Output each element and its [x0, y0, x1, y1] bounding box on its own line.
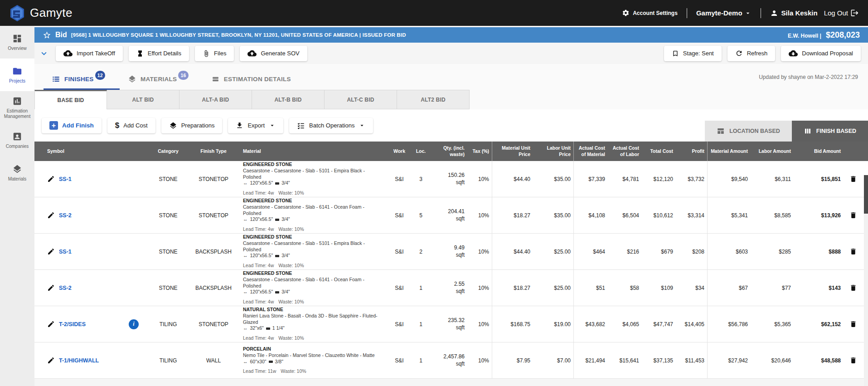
finish-type-cell: STONETOP — [189, 161, 238, 197]
export-button[interactable]: Export — [228, 118, 283, 133]
info-icon[interactable]: i — [129, 319, 139, 329]
bid-tab-alt-bid[interactable]: ALT BID — [107, 90, 179, 109]
sidebar-item-estimation-management[interactable]: Estimation Management — [0, 91, 34, 124]
symbol-cell: SS-2 i — [34, 270, 148, 306]
edit-pencil-icon[interactable] — [47, 357, 55, 364]
edit-pencil-icon[interactable] — [47, 248, 55, 255]
finish-symbol-link[interactable]: T-1/HIGHWALL — [59, 357, 99, 364]
scrollbar-thumb[interactable] — [864, 175, 868, 214]
finish-based-toggle[interactable]: FINISH BASED — [792, 121, 868, 142]
actual-cost-material-cell: $43,682 — [574, 306, 608, 342]
gear-icon — [622, 9, 630, 17]
user-menu[interactable]: Sila Keskin — [770, 9, 818, 17]
sidebar: Overview Projects Estimation Management … — [0, 26, 34, 386]
edit-pencil-icon[interactable] — [47, 284, 55, 292]
labor-unit-price-cell: $25.00 — [533, 270, 574, 306]
delete-row-button[interactable] — [844, 342, 863, 378]
tab-materials[interactable]: MATERIALS 16 — [120, 74, 203, 90]
profit-cell: $3,732 — [676, 161, 708, 197]
download-proposal-button[interactable]: Download Proposal — [781, 46, 861, 61]
delete-row-button[interactable] — [844, 161, 863, 197]
material-description: Caesarstone - Caesarstone - Slab - 5101 … — [243, 240, 383, 253]
profit-cell: $11,453 — [676, 342, 708, 378]
tab-finishes[interactable]: FINISHES 12 — [44, 74, 120, 90]
material-description: Nemo Tile - Porcelain - Marvel Stone - C… — [243, 352, 375, 359]
material-amount-cell: $5,341 — [708, 197, 751, 233]
preparations-button[interactable]: Preparations — [161, 118, 223, 133]
edit-pencil-icon[interactable] — [47, 320, 55, 328]
import-takeoff-button[interactable]: Import TakeOff — [56, 46, 123, 61]
delete-row-button[interactable] — [844, 197, 863, 233]
finish-symbol-link[interactable]: SS-1 — [59, 249, 72, 255]
collapse-chevron-icon[interactable] — [39, 49, 49, 59]
material-amount-cell: $56,786 — [708, 306, 751, 342]
actual-cost-material-cell: $4,108 — [574, 197, 608, 233]
material-unit-price-cell: $18.27 — [492, 197, 533, 233]
symbol-cell: SS-1 i — [34, 234, 148, 269]
refresh-button[interactable]: Refresh — [727, 46, 776, 61]
sidebar-item-overview[interactable]: Overview — [0, 26, 34, 59]
add-cost-button[interactable]: $ Add Cost — [107, 118, 155, 133]
effort-details-button[interactable]: Effort Details — [129, 46, 189, 61]
location-based-icon — [717, 127, 725, 135]
symbol-cell: T-1/HIGHWALL i — [34, 342, 148, 378]
thickness-icon — [275, 291, 279, 293]
delete-row-button[interactable] — [844, 306, 863, 342]
labor-unit-price-cell: $35.00 — [533, 197, 574, 233]
checklist-icon — [297, 122, 305, 130]
account-settings-button[interactable]: Account Settings — [622, 9, 678, 17]
table-row: SS-1 i STONE STONETOP ENGINEERED STONE C… — [34, 161, 868, 197]
material-amount-cell: $27,942 — [708, 342, 751, 378]
stage-button[interactable]: Stage: Sent — [664, 46, 722, 61]
category-cell: STONE — [148, 234, 189, 269]
bid-tab-alt-c-bid[interactable]: ALT-C BID — [325, 90, 397, 109]
thickness-icon — [275, 182, 279, 185]
total-cost-cell: $12,120 — [642, 161, 676, 197]
material-unit-price-cell: $7.95 — [492, 342, 533, 378]
location-based-toggle[interactable]: LOCATION BASED — [705, 121, 792, 142]
batch-operations-button[interactable]: Batch Operations — [289, 118, 373, 133]
bid-title: [9568] 1 WILLOUGHBY SQUARE 1 WILLOUGHBY … — [71, 32, 406, 38]
col-labor-amount: Labor Amount — [751, 142, 794, 161]
finish-symbol-link[interactable]: SS-2 — [59, 212, 72, 219]
chevron-down-icon — [359, 122, 365, 129]
bid-tab-alt-b-bid[interactable]: ALT-B BID — [252, 90, 325, 109]
category-cell: STONE — [148, 161, 189, 197]
sidebar-item-projects[interactable]: Projects — [0, 59, 34, 91]
material-dimensions: ↔ 120"x56.5" 3/4" — [243, 253, 290, 259]
edit-pencil-icon[interactable] — [47, 211, 55, 219]
sidebar-item-materials[interactable]: Materials — [0, 156, 34, 189]
bid-title-prefix: Bid — [55, 31, 67, 39]
finish-symbol-link[interactable]: T-2/SIDES — [59, 321, 86, 327]
files-button[interactable]: Files — [195, 46, 234, 61]
bid-tab-base-bid[interactable]: BASE BID — [34, 90, 107, 109]
add-finish-button[interactable]: + Add Finish — [42, 118, 102, 133]
loc-cell: 3 — [411, 161, 431, 197]
category-cell: TILING — [148, 342, 189, 378]
logout-button[interactable]: Log Out — [824, 9, 859, 17]
finish-symbol-link[interactable]: SS-2 — [59, 285, 72, 291]
sidebar-item-companies[interactable]: Companies — [0, 124, 34, 156]
account-settings-label: Account Settings — [633, 10, 678, 16]
gamyte-logo[interactable]: Gamyte — [9, 4, 73, 22]
vertical-scrollbar[interactable] — [864, 175, 868, 386]
trash-icon — [849, 248, 857, 255]
material-amount-cell: $9,540 — [708, 161, 751, 197]
tab-estimation-details[interactable]: ESTIMATION DETAILS — [203, 75, 303, 90]
material-cell: ENGINEERED STONE Caesarstone - Caesarsto… — [238, 234, 388, 269]
delete-row-button[interactable] — [844, 270, 863, 306]
generate-sov-button[interactable]: Generate SOV — [240, 46, 307, 61]
delete-row-button[interactable] — [844, 234, 863, 269]
thickness-icon — [275, 255, 279, 257]
bid-amount-cell: $62,152 — [794, 306, 844, 342]
loc-cell: 1 — [411, 270, 431, 306]
star-icon[interactable] — [43, 31, 51, 39]
bid-tab-alt2-bid[interactable]: ALT2 BID — [397, 90, 470, 109]
layers-icon — [169, 122, 177, 130]
bid-tab-alt-a-bid[interactable]: ALT-A BID — [179, 90, 252, 109]
bid-amount-cell: $143 — [794, 270, 844, 306]
finish-symbol-link[interactable]: SS-1 — [59, 176, 72, 182]
total-cost-cell: $37,135 — [642, 342, 676, 378]
edit-pencil-icon[interactable] — [47, 175, 55, 183]
org-selector[interactable]: Gamyte-Demo — [696, 9, 752, 17]
